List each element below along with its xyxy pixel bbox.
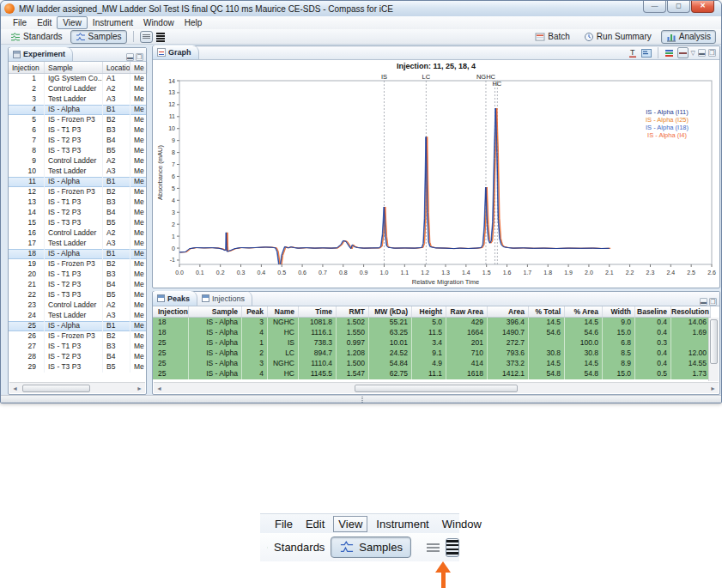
overlay-traces-icon[interactable]	[664, 47, 675, 58]
table-row[interactable]: 3Test LadderA3Me	[9, 94, 146, 105]
table-row[interactable]: 22IS - T3 P3B5Me	[9, 290, 146, 300]
column-header[interactable]: Width	[603, 306, 635, 317]
table-row[interactable]: 19IS - Frozen P3B2Me	[9, 259, 146, 270]
column-header[interactable]: Height	[412, 306, 446, 317]
single-trace-icon[interactable]	[677, 47, 689, 58]
table-row[interactable]: 25IS - Alpha4HC1145.51.54762.7511.116181…	[153, 369, 711, 379]
experiment-hscrollbar[interactable]: ◄ ►	[9, 382, 145, 393]
menu-item-file[interactable]: File	[8, 17, 32, 28]
scroll-left-icon[interactable]: ◄	[154, 384, 165, 393]
experiment-tab[interactable]: Experiment	[9, 47, 73, 61]
table-row[interactable]: 25IS - Alpha3NGHC1110.41.50054.844.94143…	[153, 359, 711, 369]
chromatogram-chart[interactable]: ISLCNGHCHC-1012345678910111213140.00.10.…	[153, 73, 719, 288]
column-header[interactable]: Name	[268, 306, 299, 317]
table-row[interactable]: 27IS - T1 P3B3Me	[9, 342, 146, 352]
peaks-tab[interactable]: Peaks	[153, 291, 197, 306]
graph-maximize-icon[interactable]: ❒	[708, 49, 716, 57]
column-header[interactable]: Time	[299, 306, 337, 317]
table-row[interactable]: 10Test LadderA3Me	[9, 167, 146, 177]
column-header[interactable]: % Area	[565, 306, 603, 317]
label-peaks-icon[interactable]: T	[628, 47, 639, 58]
peaks-vscrollbar[interactable]	[708, 318, 719, 381]
graph-minimize-icon[interactable]: ▬	[698, 49, 706, 57]
column-header[interactable]: MW (kDa)	[369, 306, 412, 317]
menu-item-help[interactable]: Help	[179, 17, 208, 28]
single-view-button[interactable]	[140, 31, 153, 43]
table-row[interactable]: 16Control LadderA2Me	[9, 228, 146, 239]
table-row[interactable]: 25IS - Alpha1IS738.30.99710.013.4201272.…	[153, 338, 711, 349]
callout-menu-item-file[interactable]: File	[270, 517, 297, 531]
scroll-right-icon[interactable]: ►	[707, 384, 719, 393]
callout-menu-item-view[interactable]: View	[333, 516, 367, 532]
table-row[interactable]: 15IS - T3 P3B5Me	[9, 218, 146, 228]
column-header[interactable]: Area	[488, 306, 529, 317]
scroll-right-icon[interactable]: ►	[134, 384, 145, 393]
table-row[interactable]: 4IS - AlphaB1Me	[9, 105, 146, 115]
table-row[interactable]: 12IS - Frozen P3B2Me	[9, 187, 146, 197]
table-row[interactable]: 18IS - Alpha4HC1116.11.55063.2511.516641…	[153, 328, 711, 338]
callout-menu-item-window[interactable]: Window	[438, 517, 486, 531]
peaks-hscrollbar[interactable]: ◄ ►	[154, 382, 719, 393]
table-row[interactable]: 18IS - Alpha3NGHC1081.81.50255.215.04293…	[153, 318, 711, 328]
table-row[interactable]: 26IS - Frozen P3B2Me	[9, 331, 146, 342]
scroll-left-icon[interactable]: ◄	[9, 384, 21, 393]
peaks-minimize-icon[interactable]: ▬	[700, 298, 707, 306]
peaks-maximize-icon[interactable]: ❒	[709, 298, 717, 306]
table-row[interactable]: 5IS - Frozen P3B2Me	[9, 115, 146, 125]
menu-item-view[interactable]: View	[57, 16, 88, 29]
table-row[interactable]: 1IgG System Co...A1Me	[9, 74, 146, 84]
status-grip[interactable]	[361, 397, 363, 403]
table-row[interactable]: 2Control LadderA2Me	[9, 84, 146, 94]
menu-item-edit[interactable]: Edit	[32, 17, 57, 28]
injections-tab[interactable]: Injections	[197, 291, 252, 306]
samples-button[interactable]: Samples	[70, 30, 127, 44]
maximize-button[interactable]: ◻	[667, 1, 690, 13]
table-row[interactable]: 25IS - Alpha2LC894.71.20824.529.1710793.…	[153, 349, 711, 359]
table-row[interactable]: 11IS - AlphaB1Me	[9, 177, 146, 187]
legend-toggle-icon[interactable]	[641, 47, 652, 58]
column-header-sample[interactable]: Sample	[45, 62, 103, 73]
table-row[interactable]: 8IS - T3 P3B5Me	[9, 146, 146, 156]
single-view-button[interactable]	[427, 542, 440, 554]
table-row[interactable]: 21IS - T2 P3B4Me	[9, 280, 146, 290]
column-header-me[interactable]: Me	[130, 62, 148, 73]
menu-item-window[interactable]: Window	[138, 17, 179, 28]
column-header[interactable]: Injection	[153, 306, 189, 317]
stacked-view-button[interactable]	[446, 538, 459, 557]
column-header[interactable]: Peak	[242, 306, 268, 317]
table-row[interactable]: 25IS - AlphaB1Me	[9, 321, 146, 331]
table-row[interactable]: 7IS - T2 P3B4Me	[9, 136, 146, 146]
column-header[interactable]: Baseline	[635, 306, 671, 317]
menu-item-instrument[interactable]: Instrument	[88, 17, 138, 28]
table-row[interactable]: 29IS - T3 P3B5Me	[9, 362, 146, 373]
experiment-minimize-icon[interactable]: ▬	[126, 53, 134, 61]
title-bar[interactable]: MW ladder assigned_MW Ladder Sol Test IS…	[1, 1, 721, 16]
table-row[interactable]: 9Control LadderA2Me	[9, 156, 146, 167]
standards-button[interactable]: Standards	[6, 31, 67, 43]
callout-menu-item-instrument[interactable]: Instrument	[372, 517, 433, 531]
graph-tab[interactable]: Graph	[153, 45, 199, 59]
table-row[interactable]: 17Test LadderA3Me	[9, 239, 146, 249]
table-row[interactable]: 23Control LadderA2Me	[9, 300, 146, 311]
table-row[interactable]: 28IS - T2 P3B4Me	[9, 352, 146, 362]
column-header-injection[interactable]: Injection	[9, 62, 45, 73]
stacked-view-button[interactable]	[156, 31, 165, 43]
close-button[interactable]: ✕	[691, 1, 714, 13]
table-row[interactable]: 14IS - T2 P3B4Me	[9, 208, 146, 218]
table-row[interactable]: 18IS - AlphaB1Me	[9, 249, 146, 259]
run-summary-button[interactable]: Run Summary	[579, 31, 656, 43]
table-row[interactable]: 24Test LadderA3Me	[9, 311, 146, 321]
minimize-button[interactable]: —	[643, 1, 666, 13]
column-header[interactable]: % Total	[529, 306, 565, 317]
table-row[interactable]: 6IS - T1 P3B3Me	[9, 125, 146, 136]
table-row[interactable]: 13IS - T1 P3B3Me	[9, 197, 146, 208]
column-header[interactable]: Raw Area	[446, 306, 488, 317]
graph-options-caret-icon[interactable]: ▽	[691, 50, 695, 57]
experiment-maximize-icon[interactable]: ❒	[136, 53, 143, 61]
table-row[interactable]: 20IS - T1 P3B3Me	[9, 270, 146, 280]
column-header[interactable]: RMT	[337, 306, 369, 317]
analysis-button[interactable]: Analysis	[661, 30, 716, 44]
column-header-location[interactable]: Location	[103, 62, 130, 73]
callout-menu-item-edit[interactable]: Edit	[301, 517, 329, 531]
column-header[interactable]: Sample	[189, 306, 242, 317]
